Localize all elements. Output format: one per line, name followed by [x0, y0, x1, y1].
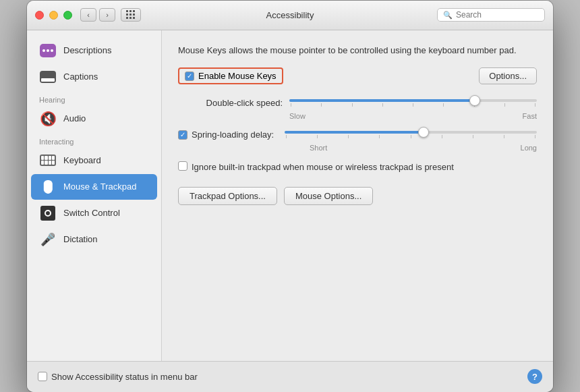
content-area: Descriptions Captions Hearing 🔇 Audio In… [27, 30, 553, 361]
traffic-lights [35, 11, 72, 20]
forward-button[interactable]: › [99, 8, 115, 22]
spring-loading-labels: Short Long [178, 144, 537, 152]
ignore-trackpad-label: Ignore built-in trackpad when mouse or w… [192, 161, 454, 173]
double-click-slider-track [289, 99, 537, 102]
maximize-button[interactable] [63, 11, 72, 20]
spring-long-label: Long [521, 144, 537, 152]
enable-mouse-keys-checkbox[interactable]: ✓ [185, 72, 194, 81]
double-click-ticks [289, 103, 537, 107]
sidebar-label-mouse-trackpad: Mouse & Trackpad [63, 181, 136, 192]
spring-loading-checkbox[interactable]: ✓ [178, 130, 187, 140]
search-input[interactable] [456, 10, 539, 20]
sidebar-label-switch-control: Switch Control [63, 208, 120, 218]
close-button[interactable] [35, 11, 44, 20]
double-click-slow-label: Slow [289, 112, 306, 120]
sidebar-section-hearing: Hearing [27, 90, 161, 105]
sidebar-section-interacting: Interacting [27, 132, 161, 147]
double-click-slider-container [289, 99, 537, 107]
enable-mouse-keys-row: ✓ Enable Mouse Keys Options... [178, 67, 537, 84]
double-click-label: Double-click speed: [178, 98, 283, 108]
captions-icon [39, 68, 57, 86]
grid-icon [126, 10, 136, 20]
sidebar-label-captions: Captions [63, 72, 98, 82]
help-button[interactable]: ? [527, 369, 542, 384]
sidebar-label-dictation: Dictation [63, 234, 98, 244]
sidebar-label-descriptions: Descriptions [63, 45, 112, 55]
sidebar: Descriptions Captions Hearing 🔇 Audio In… [27, 30, 162, 361]
trackpad-options-button[interactable]: Trackpad Options... [178, 187, 277, 205]
dictation-icon: 🎤 [39, 231, 57, 248]
spring-loading-row: ✓ Spring-loading delay: [178, 130, 537, 140]
main-panel: Mouse Keys allows the mouse pointer to b… [162, 30, 553, 361]
mouse-options-button[interactable]: Mouse Options... [284, 187, 373, 205]
back-button[interactable]: ‹ [80, 8, 96, 22]
keyboard-icon [39, 152, 57, 169]
enable-mouse-keys-label: Enable Mouse Keys [198, 71, 277, 81]
switch-control-icon [39, 204, 57, 222]
sidebar-item-mouse-trackpad[interactable]: 🖱️ Mouse & Trackpad [31, 174, 157, 200]
sidebar-item-captions[interactable]: Captions [31, 64, 157, 90]
show-status-label: Show Accessibility status in menu bar [51, 372, 198, 382]
search-icon: 🔍 [443, 11, 453, 20]
show-status-checkbox[interactable] [38, 372, 47, 381]
double-click-slider-thumb[interactable] [469, 95, 480, 106]
spring-checkmark-icon: ✓ [180, 132, 185, 138]
double-click-fast-label: Fast [523, 112, 537, 120]
double-click-slider-fill [289, 99, 475, 102]
minimize-button[interactable] [49, 11, 58, 20]
spring-loading-label: Spring-loading delay: [192, 130, 274, 140]
sidebar-item-switch-control[interactable]: Switch Control [31, 200, 157, 226]
spring-loading-ticks [285, 135, 537, 138]
mouse-trackpad-icon: 🖱️ [39, 178, 57, 196]
descriptions-icon [39, 42, 57, 59]
sidebar-label-keyboard: Keyboard [63, 155, 101, 165]
sidebar-label-audio: Audio [63, 113, 86, 123]
spring-loading-slider-fill [285, 131, 424, 134]
action-buttons-row: Trackpad Options... Mouse Options... [178, 187, 537, 205]
titlebar: ‹ › Accessibility 🔍 [27, 1, 553, 30]
audio-icon: 🔇 [39, 110, 57, 128]
nav-buttons: ‹ › [80, 8, 141, 22]
spring-short-label: Short [310, 144, 327, 152]
search-box[interactable]: 🔍 [437, 8, 545, 22]
checkmark-icon: ✓ [187, 73, 192, 80]
double-click-labels: Slow Fast [178, 112, 537, 120]
ignore-trackpad-checkbox[interactable] [178, 161, 187, 171]
sidebar-item-dictation[interactable]: 🎤 Dictation [31, 227, 157, 252]
show-status-group: Show Accessibility status in menu bar [38, 372, 198, 382]
options-button[interactable]: Options... [479, 67, 537, 84]
description-text: Mouse Keys allows the mouse pointer to b… [178, 44, 537, 57]
sidebar-item-keyboard[interactable]: Keyboard [31, 148, 157, 173]
sidebar-item-descriptions[interactable]: Descriptions [31, 38, 157, 63]
footer: Show Accessibility status in menu bar ? [27, 361, 553, 392]
enable-mouse-keys-group[interactable]: ✓ Enable Mouse Keys [178, 67, 283, 84]
spring-loading-slider-thumb[interactable] [418, 127, 429, 138]
ignore-trackpad-row: Ignore built-in trackpad when mouse or w… [178, 161, 537, 173]
spring-loading-slider-container [285, 131, 537, 138]
double-click-row: Double-click speed: [178, 98, 537, 108]
grid-view-button[interactable] [121, 8, 141, 22]
sidebar-item-audio[interactable]: 🔇 Audio [31, 106, 157, 132]
spring-loading-slider-track [285, 131, 537, 134]
window-title: Accessibility [266, 10, 314, 20]
main-window: ‹ › Accessibility 🔍 [27, 1, 553, 392]
